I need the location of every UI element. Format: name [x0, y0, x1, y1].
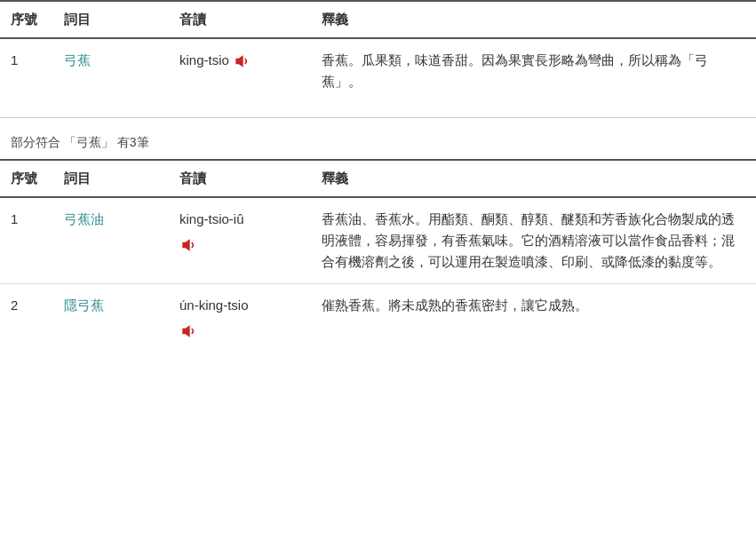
section-divider	[0, 117, 756, 118]
row2-word: 弓蕉油	[53, 197, 169, 284]
header-pron: 音讀	[169, 1, 311, 38]
row2-pronunciation: king-tsio-iû	[169, 197, 311, 284]
word-link-3[interactable]: 隱弓蕉	[64, 297, 104, 313]
speaker-button-3[interactable]	[179, 320, 300, 341]
pron-text-2: king-tsio-iû	[179, 211, 244, 226]
header-row: 序號 詞目 音讀 釋義	[0, 1, 756, 38]
speaker-button-2[interactable]	[179, 234, 300, 255]
exact-match-table: 序號 詞目 音讀 釋義 1 弓蕉 king-tsio	[0, 0, 756, 103]
row3-definition: 催熟香蕉。將未成熟的香蕉密封，讓它成熟。	[311, 284, 756, 353]
table-row: 1 弓蕉油 king-tsio-iû	[0, 197, 756, 284]
row2-seq: 1	[0, 197, 53, 284]
partial-match-label: 部分符合 「弓蕉」 有3筆	[0, 125, 756, 159]
pron-text-3: ún-king-tsio	[179, 297, 249, 313]
header-def: 釋義	[311, 1, 756, 38]
header2-word: 詞目	[53, 160, 169, 197]
main-container: 序號 詞目 音讀 釋義 1 弓蕉 king-tsio	[0, 0, 756, 352]
row3-word: 隱弓蕉	[53, 284, 169, 353]
header2-def: 釋義	[311, 160, 756, 197]
row3-pronunciation: ún-king-tsio	[169, 284, 311, 353]
exact-match-table-body: 1 弓蕉 king-tsio 香蕉。瓜果類，味道香甜。因為果實長	[0, 38, 756, 103]
exact-match-section: 序號 詞目 音讀 釋義 1 弓蕉 king-tsio	[0, 0, 756, 103]
row-definition: 香蕉。瓜果類，味道香甜。因為果實長形略為彎曲，所以稱為「弓蕉」。	[311, 38, 756, 103]
partial-match-table-body: 1 弓蕉油 king-tsio-iû	[0, 197, 756, 352]
partial-match-text: 部分符合 「弓蕉」 有3筆	[11, 135, 149, 149]
row2-definition: 香蕉油、香蕉水。用酯類、酮類、醇類、醚類和芳香族化合物製成的透明液體，容易揮發，…	[311, 197, 756, 284]
svg-marker-0	[235, 55, 243, 67]
table-row: 2 隱弓蕉 ún-king-tsio	[0, 284, 756, 353]
exact-match-table-header: 序號 詞目 音讀 釋義	[0, 1, 756, 38]
speaker-icon-3[interactable]	[179, 322, 197, 340]
svg-marker-2	[182, 326, 189, 337]
speaker-icon-2[interactable]	[179, 236, 197, 254]
partial-match-table: 序號 詞目 音讀 釋義 1 弓蕉油 king-tsio-iû	[0, 159, 756, 352]
row-seq: 1	[0, 38, 53, 103]
svg-marker-1	[182, 240, 189, 251]
speaker-button[interactable]	[233, 52, 251, 70]
header-seq: 序號	[0, 1, 53, 38]
header2-seq: 序號	[0, 160, 53, 197]
table-row: 1 弓蕉 king-tsio 香蕉。瓜果類，味道香甜。因為果實長	[0, 38, 756, 103]
partial-match-section: 序號 詞目 音讀 釋義 1 弓蕉油 king-tsio-iû	[0, 159, 756, 352]
row3-seq: 2	[0, 284, 53, 353]
header2-pron: 音讀	[169, 160, 311, 197]
word-link-2[interactable]: 弓蕉油	[64, 211, 104, 226]
row-word: 弓蕉	[53, 38, 169, 103]
partial-match-table-header: 序號 詞目 音讀 釋義	[0, 160, 756, 197]
pron-text: king-tsio	[179, 52, 229, 67]
header-word: 詞目	[53, 1, 169, 38]
header-row-2: 序號 詞目 音讀 釋義	[0, 160, 756, 197]
word-link[interactable]: 弓蕉	[64, 52, 91, 67]
row-pronunciation: king-tsio	[169, 38, 311, 103]
